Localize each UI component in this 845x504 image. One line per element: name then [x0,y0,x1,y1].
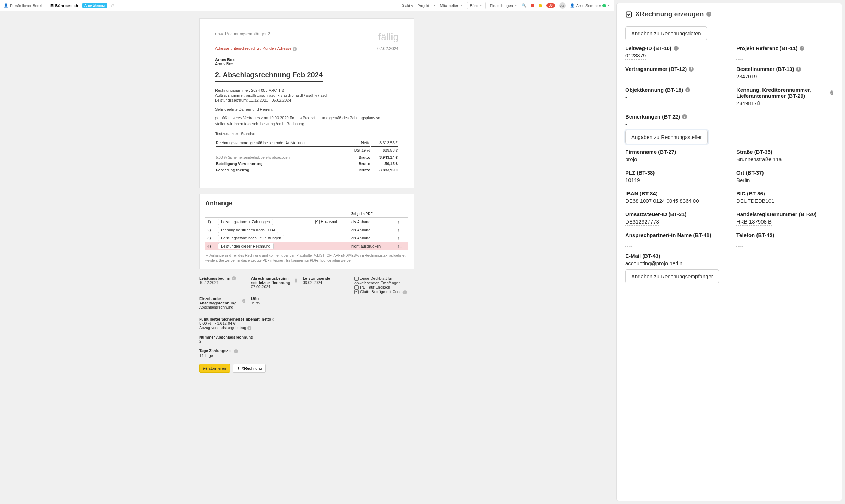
attachment-name-button[interactable]: Leistungsstand + Zahlungen [218,219,273,225]
order-number: Auftragsnummer: ajsdflj öasdflj asdflkj … [215,93,399,97]
invoice-number: Rechnungsnummer: 2024-003-ARC-1-2 [215,88,399,92]
bic-value[interactable]: DEUTDEDB101 [736,198,774,205]
avatar[interactable]: AS [559,2,566,9]
section-rechnungssteller[interactable]: Angaben zu Rechnungssteller [625,130,708,144]
table-row: 2)Planungsleistungen nach HOAIals Anhang… [205,226,408,234]
nav-buero[interactable]: Büro▼ [467,2,486,9]
ustid-value[interactable]: DE312927778 [625,219,659,226]
xrechnung-button[interactable]: ⬇XRechnung [233,364,266,373]
section-rechnungsempfaenger[interactable]: Angaben zu Rechnungsempfänger [625,269,719,283]
iban-value[interactable]: DE68 1007 0124 0045 8364 00 [625,198,699,205]
user-menu[interactable]: 👤Arne Semmler ▼ [570,3,610,8]
info-icon[interactable]: i [293,47,297,51]
tel-value[interactable]: - [736,239,743,247]
hrn-value[interactable]: HRB 187908 B [736,219,772,226]
extra-text: Testzusatztext Standard [215,132,399,136]
table-row: 3)Leistungsstand nach Teilleistungenals … [205,234,408,242]
bemerk-label: Bemerkungen (BT-22)i [625,114,833,120]
move-down-icon[interactable]: ↓ [400,236,403,240]
info-icon[interactable]: i [674,46,679,51]
ust-label: USt: [251,297,297,301]
invoice-title: 2. Abschlagsrechnung Feb 2024 [215,71,323,82]
bestell-value[interactable]: 2347019 [736,73,757,80]
info-icon[interactable]: i [830,90,833,95]
salutation: Sehr geehrte Damen und Herren, [215,107,399,111]
info-icon[interactable]: i [689,67,694,72]
move-down-icon[interactable]: ↓ [400,228,403,232]
ansp-value[interactable]: - [625,239,632,247]
plz-label: PLZ (BT-38) [625,170,722,176]
nav-aktiv[interactable]: 0 aktiv [402,4,413,8]
nummer-label: Nummer Abschlagsrechnung [199,335,414,339]
info-icon[interactable]: i [242,299,245,303]
email-value[interactable]: accounting@projo.berlin [625,260,682,267]
tab-personal[interactable]: 👤Persönlicher Bereich [4,3,46,8]
invoice-body: gemäß unseres Vertrages vom 10.03.2020 f… [215,115,399,127]
bemerk-value[interactable]: - [625,121,632,128]
plz-value[interactable]: 10119 [625,177,640,184]
notification-badge[interactable]: 36 [546,3,555,8]
row-index: 3) [205,234,216,242]
row-index: 2) [205,226,216,234]
row-index: 1) [205,218,216,226]
chk-glatte[interactable]: Glatte Beträge mit Centsi [354,290,414,294]
attachments-table: Zeige in PDF 1)Leistungsstand + Zahlunge… [205,211,408,250]
chk-deckblatt[interactable]: zeige Deckblatt für abweichenden Empfäng… [354,276,414,285]
strasse-value[interactable]: Brunnenstraße 11a [736,156,782,163]
attachment-mode: als Anhang [349,226,395,234]
customer-name-1: Arnes Box [215,57,399,62]
ort-value[interactable]: Berlin [736,177,750,184]
firma-value[interactable]: projo [625,156,637,163]
leistungsende-label: Leistungsende [303,276,349,280]
stornieren-button[interactable]: ⏮stornieren [199,364,230,373]
user-icon: 👤 [4,3,8,8]
nav-projekte[interactable]: Projekte▼ [417,4,436,8]
info-icon[interactable]: i [682,114,687,119]
info-icon[interactable]: i [685,87,690,92]
invoice-date: 07.02.2024 [377,46,399,51]
move-down-icon[interactable]: ↓ [400,220,403,224]
projref-value[interactable]: - [736,53,743,60]
top-nav: 👤Persönlicher Bereich 🗄Bürobereich Arne … [0,0,614,11]
attachment-name-button[interactable]: Planungsleistungen nach HOAI [218,227,278,233]
nav-mitarbeiter[interactable]: Mitarbeiter▼ [440,4,463,8]
info-icon[interactable]: i [247,326,251,330]
info-icon[interactable]: i [706,12,711,17]
nav-einstellungen[interactable]: Einstellungen▼ [490,4,517,8]
kennung-value[interactable]: 2349817ß [736,100,760,107]
move-down-icon[interactable]: ↓ [400,244,403,248]
leistungsbeginn-value: 10.12.2021 [199,280,245,285]
invoice-preview: abw. Rechnungsempfänger 2 fällig Adresse… [199,18,414,188]
address-warning[interactable]: Adresse unterschiedlich zu Kunden-Adress… [215,46,297,51]
hrn-label: Handelsregisternummer (BT-30) [736,211,833,217]
chk-hochkant[interactable]: Hochkant [315,219,337,224]
status-faellig: fällig [378,31,399,43]
attachment-mode: als Anhang [349,218,395,226]
kum-value: 5,00 % -> 1.612,94 € [199,321,414,326]
vertrag-value[interactable]: - [625,73,632,80]
attachment-name-button[interactable]: Leistungen dieser Rechnung [218,243,274,249]
info-icon[interactable]: i [232,276,236,280]
xrechnung-panel: XRechnung erzeugen i Angaben zu Rechnung… [616,3,842,501]
status-dot-red[interactable] [531,4,534,7]
clock-icon[interactable]: ◷ [111,3,115,8]
abrechnungsbeginn-label: Abrechnungsbeginn seit letzter Rechnungi [251,276,297,285]
leitweg-value[interactable]: 0123879 [625,53,646,60]
plus-icon[interactable]: ＋ [205,254,209,257]
chk-pdf-en[interactable]: PDF auf Englisch [354,285,414,290]
status-dot-yellow[interactable] [539,4,542,7]
customer-name-2: Arnes Box [215,62,399,66]
info-icon[interactable]: i [796,67,801,72]
iban-label: IBAN (BT-84) [625,190,722,196]
bic-label: BIC (BT-86) [736,190,833,196]
attachment-name-button[interactable]: Leistungsstand nach Teilleistungen [218,235,284,241]
kum-label: kumulierter Sicherheitseinbehalt (netto)… [199,317,414,321]
objekt-value[interactable]: - [625,94,632,101]
search-icon[interactable]: 🔍 [522,3,527,8]
info-icon[interactable]: i [234,349,238,353]
section-rechnungsdaten[interactable]: Angaben zu Rechnungsdaten [625,26,707,40]
info-icon[interactable]: i [295,278,297,283]
tab-office[interactable]: 🗄Bürobereich [50,4,78,8]
info-icon[interactable]: i [403,290,407,294]
info-icon[interactable]: i [800,46,804,51]
